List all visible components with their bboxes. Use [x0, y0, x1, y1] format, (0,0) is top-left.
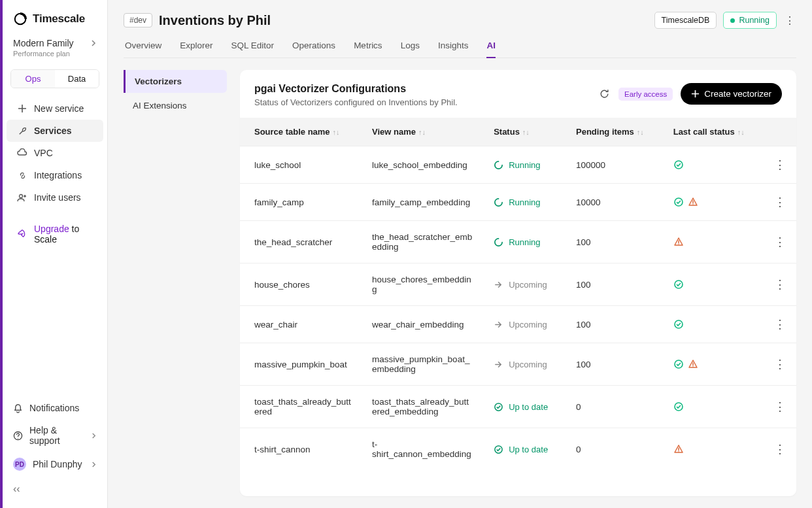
table-row: toast_thats_already_butteredtoast_thats_… — [240, 386, 796, 428]
button-label: Create vectorizer — [704, 89, 771, 99]
col-view[interactable]: View name↑↓ — [362, 118, 483, 146]
nav-user[interactable]: PD Phil Dunphy — [3, 452, 107, 477]
nav-label: Services — [34, 126, 72, 136]
last-call-cell — [673, 359, 753, 369]
kebab-icon: ⋮ — [774, 278, 786, 291]
row-menu[interactable]: ⋮ — [774, 158, 786, 171]
tab-insights[interactable]: Insights — [438, 41, 469, 58]
cell-last-call — [663, 343, 764, 386]
sort-icon: ↑↓ — [333, 128, 340, 136]
tab-logs[interactable]: Logs — [401, 41, 420, 58]
subnav-ai-extensions[interactable]: AI Extensions — [124, 94, 227, 117]
plus-icon — [17, 103, 27, 114]
nav-services[interactable]: Services — [7, 120, 103, 142]
last-call-cell — [673, 237, 753, 247]
col-last[interactable]: Last call status↑↓ — [663, 118, 764, 146]
col-pending[interactable]: Pending items↑↓ — [566, 118, 663, 146]
vectorizers-panel: pgai Vectorizer Configurations Status of… — [240, 70, 796, 496]
nav-vpc[interactable]: VPC — [7, 142, 103, 164]
cell-status: Upcoming — [483, 263, 566, 306]
table-row: the_head_scratcherthe_head_scratcher_emb… — [240, 221, 796, 263]
panel-subtitle: Status of Vectorizers configured on Inve… — [254, 97, 458, 107]
create-vectorizer-button[interactable]: Create vectorizer — [681, 83, 782, 105]
check-circle-icon — [673, 319, 684, 330]
cloud-icon — [17, 148, 27, 158]
tab-metrics[interactable]: Metrics — [354, 41, 382, 58]
db-badge[interactable]: TimescaleDB — [654, 12, 717, 29]
row-menu[interactable]: ⋮ — [774, 195, 786, 209]
cell-view: the_head_scratcher_embedding — [362, 221, 483, 263]
subnav-vectorizers[interactable]: Vectorizers — [124, 70, 227, 93]
toggle-ops[interactable]: Ops — [11, 70, 55, 88]
kebab-icon: ⋮ — [774, 195, 786, 209]
cell-source: family_camp — [240, 184, 362, 221]
row-menu[interactable]: ⋮ — [774, 400, 786, 413]
title-actions: TimescaleDB Running ⋮ — [654, 12, 796, 29]
cell-source: house_chores — [240, 263, 362, 306]
cell-status: Upcoming — [483, 306, 566, 343]
wrench-icon — [17, 126, 27, 136]
sort-icon: ↑↓ — [418, 128, 426, 136]
help-icon — [13, 431, 23, 441]
kebab-icon: ⋮ — [785, 15, 795, 26]
sort-icon: ↑↓ — [737, 128, 745, 136]
refresh-button[interactable] — [599, 88, 611, 100]
nav-label: Upgrade to Scale — [34, 224, 93, 245]
header: #dev Inventions by Phil TimescaleDB Runn… — [108, 0, 812, 58]
tab-operations[interactable]: Operations — [292, 41, 335, 58]
nav-help[interactable]: Help & support — [3, 419, 107, 452]
cell-view: family_camp_embedding — [362, 184, 483, 221]
kebab-icon: ⋮ — [774, 158, 786, 171]
cell-source: t-shirt_cannon — [240, 428, 362, 471]
row-menu[interactable]: ⋮ — [774, 358, 786, 371]
project-switcher[interactable]: Modern Family — [3, 38, 107, 48]
status-up-to-date: Up to date — [494, 402, 555, 412]
table-row: luke_schoolluke_school_embeddingRunning1… — [240, 146, 796, 184]
cell-pending: 10000 — [566, 184, 663, 221]
panel-title: pgai Vectorizer Configurations — [254, 83, 458, 95]
cell-status: Running — [483, 184, 566, 221]
row-menu[interactable]: ⋮ — [774, 235, 786, 248]
user-name: Phil Dunphy — [33, 459, 82, 469]
project-plan: Performance plan — [3, 48, 107, 65]
tab-overview[interactable]: Overview — [125, 41, 161, 58]
tab-sql-editor[interactable]: SQL Editor — [231, 41, 275, 58]
content: Vectorizers AI Extensions pgai Vectorize… — [108, 58, 812, 508]
plus-icon — [691, 90, 700, 98]
col-source[interactable]: Source table name↑↓ — [240, 118, 362, 146]
chevron-right-icon — [91, 462, 97, 467]
check-circle-icon — [673, 279, 684, 290]
avatar: PD — [13, 458, 26, 471]
collapse-sidebar[interactable]: ‹‹ — [3, 477, 107, 501]
status-upcoming: Upcoming — [494, 280, 555, 290]
nav-label: Invite users — [34, 192, 81, 203]
main: #dev Inventions by Phil TimescaleDB Runn… — [108, 0, 812, 508]
row-menu[interactable]: ⋮ — [774, 278, 786, 291]
tab-ai[interactable]: AI — [486, 41, 496, 58]
row-menu[interactable]: ⋮ — [774, 443, 786, 456]
nav-notifications[interactable]: Notifications — [3, 397, 107, 419]
col-status[interactable]: Status↑↓ — [483, 118, 566, 146]
nav-new-service[interactable]: New service — [7, 97, 103, 120]
table-row: family_campfamily_camp_embeddingRunning1… — [240, 184, 796, 221]
cell-pending: 0 — [566, 428, 663, 471]
nav-integrations[interactable]: Integrations — [7, 164, 103, 186]
cell-pending: 100000 — [566, 146, 663, 184]
header-menu[interactable]: ⋮ — [783, 14, 796, 27]
title-row: #dev Inventions by Phil TimescaleDB Runn… — [124, 12, 796, 29]
tab-explorer[interactable]: Explorer — [180, 41, 212, 58]
nav-label: Help & support — [29, 425, 84, 446]
kebab-icon: ⋮ — [774, 235, 786, 248]
nav-invite-users[interactable]: Invite users — [7, 186, 103, 209]
warning-icon — [688, 359, 698, 369]
nav-upgrade[interactable]: Upgrade to Scale — [7, 218, 103, 250]
brand-text: Timescale — [33, 12, 85, 25]
primary-nav: New service Services VPC Integrations In… — [3, 95, 107, 501]
toggle-data[interactable]: Data — [55, 70, 99, 88]
status-upcoming: Upcoming — [494, 320, 555, 330]
cell-last-call — [663, 428, 764, 471]
cell-pending: 100 — [566, 343, 663, 386]
cell-source: massive_pumpkin_boat — [240, 343, 362, 386]
row-menu[interactable]: ⋮ — [774, 318, 786, 331]
last-call-cell — [673, 401, 753, 412]
